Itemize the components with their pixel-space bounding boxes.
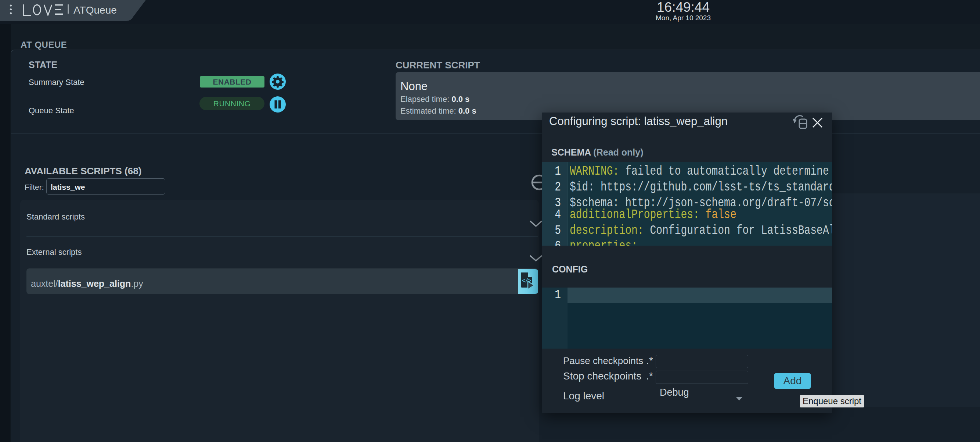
svg-text:ATQueue: ATQueue [73,5,117,16]
